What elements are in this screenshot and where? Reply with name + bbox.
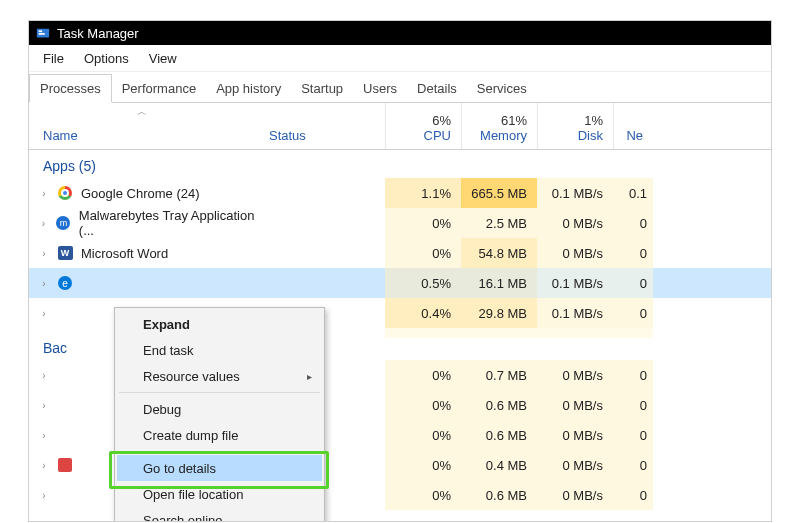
group-apps[interactable]: Apps (5) <box>29 150 771 178</box>
table-row[interactable]: ›WMicrosoft Word 0% 54.8 MB 0 MB/s 0 <box>29 238 771 268</box>
menu-view[interactable]: View <box>139 49 187 68</box>
ctx-go-to-details[interactable]: Go to details <box>117 455 322 481</box>
col-header-cpu[interactable]: 6%CPU <box>385 113 461 149</box>
tab-processes[interactable]: Processes <box>29 74 112 103</box>
task-manager-icon <box>35 25 51 41</box>
cell-network: 0 <box>613 276 653 291</box>
col-header-name[interactable]: Name <box>29 128 259 149</box>
malwarebytes-icon: m <box>56 215 71 231</box>
menu-options[interactable]: Options <box>74 49 139 68</box>
context-menu: Expand End task Resource values▸ Debug C… <box>114 307 325 522</box>
cell-disk: 0 MB/s <box>537 216 613 231</box>
cell-memory: 665.5 MB <box>461 186 537 201</box>
cell-network: 0.1 <box>613 186 653 201</box>
cell-memory: 2.5 MB <box>461 216 537 231</box>
app-icon <box>57 457 73 473</box>
window-titlebar: Task Manager <box>29 21 771 45</box>
cell-cpu: 0.4% <box>385 306 461 321</box>
cell-cpu: 1.1% <box>385 186 461 201</box>
menu-separator <box>119 451 320 452</box>
col-header-disk[interactable]: 1%Disk <box>537 113 613 149</box>
app-icon: e <box>57 275 73 291</box>
ctx-expand[interactable]: Expand <box>117 311 322 337</box>
chrome-icon <box>57 185 73 201</box>
cell-cpu: 0% <box>385 216 461 231</box>
cell-network: 0 <box>613 306 653 321</box>
cell-memory: 29.8 MB <box>461 306 537 321</box>
process-name: Google Chrome (24) <box>81 186 200 201</box>
ctx-open-file-location[interactable]: Open file location <box>117 481 322 507</box>
table-row[interactable]: ›Google Chrome (24) 1.1% 665.5 MB 0.1 MB… <box>29 178 771 208</box>
ctx-create-dump[interactable]: Create dump file <box>117 422 322 448</box>
cell-disk: 0.1 MB/s <box>537 306 613 321</box>
svg-rect-1 <box>39 30 43 32</box>
tab-services[interactable]: Services <box>467 75 537 102</box>
ctx-debug[interactable]: Debug <box>117 396 322 422</box>
cell-cpu: 0% <box>385 246 461 261</box>
chevron-right-icon[interactable]: › <box>37 188 51 199</box>
cell-disk: 0 MB/s <box>537 246 613 261</box>
tab-performance[interactable]: Performance <box>112 75 206 102</box>
cell-network: 0 <box>613 216 653 231</box>
tab-users[interactable]: Users <box>353 75 407 102</box>
chevron-right-icon[interactable]: › <box>37 370 51 381</box>
window-title: Task Manager <box>57 26 139 41</box>
word-icon: W <box>57 245 73 261</box>
chevron-right-icon[interactable]: › <box>37 400 51 411</box>
ctx-resource-values[interactable]: Resource values▸ <box>117 363 322 389</box>
cell-cpu: 0.5% <box>385 276 461 291</box>
chevron-right-icon[interactable]: › <box>37 460 51 471</box>
chevron-right-icon[interactable]: › <box>37 248 51 259</box>
menu-file[interactable]: File <box>33 49 74 68</box>
table-row[interactable]: ›mMalwarebytes Tray Application (... 0% … <box>29 208 771 238</box>
ctx-end-task[interactable]: End task <box>117 337 322 363</box>
chevron-right-icon[interactable]: › <box>37 430 51 441</box>
tab-details[interactable]: Details <box>407 75 467 102</box>
ctx-search-online[interactable]: Search online <box>117 507 322 522</box>
process-name: Microsoft Word <box>81 246 168 261</box>
cell-network: 0 <box>613 246 653 261</box>
table-header: ︿ Name Status 6%CPU 61%Memory 1%Disk Ne <box>29 103 771 150</box>
tab-app-history[interactable]: App history <box>206 75 291 102</box>
col-header-network[interactable]: Ne <box>613 113 653 149</box>
cell-disk: 0.1 MB/s <box>537 276 613 291</box>
menu-separator <box>119 392 320 393</box>
chevron-right-icon[interactable]: › <box>37 490 51 501</box>
sort-caret-icon: ︿ <box>137 105 147 119</box>
tab-strip: Processes Performance App history Startu… <box>29 72 771 103</box>
chevron-right-icon[interactable]: › <box>37 218 50 229</box>
menu-bar: File Options View <box>29 45 771 72</box>
chevron-right-icon[interactable]: › <box>37 308 51 319</box>
cell-memory: 16.1 MB <box>461 276 537 291</box>
cell-disk: 0.1 MB/s <box>537 186 613 201</box>
chevron-right-icon: ▸ <box>307 371 312 382</box>
cell-memory: 54.8 MB <box>461 246 537 261</box>
process-name: Malwarebytes Tray Application (... <box>79 208 259 238</box>
tab-startup[interactable]: Startup <box>291 75 353 102</box>
col-header-memory[interactable]: 61%Memory <box>461 113 537 149</box>
col-header-status[interactable]: Status <box>259 128 385 149</box>
svg-rect-2 <box>39 33 45 35</box>
table-row-selected[interactable]: ›e 0.5% 16.1 MB 0.1 MB/s 0 <box>29 268 771 298</box>
chevron-right-icon[interactable]: › <box>37 278 51 289</box>
